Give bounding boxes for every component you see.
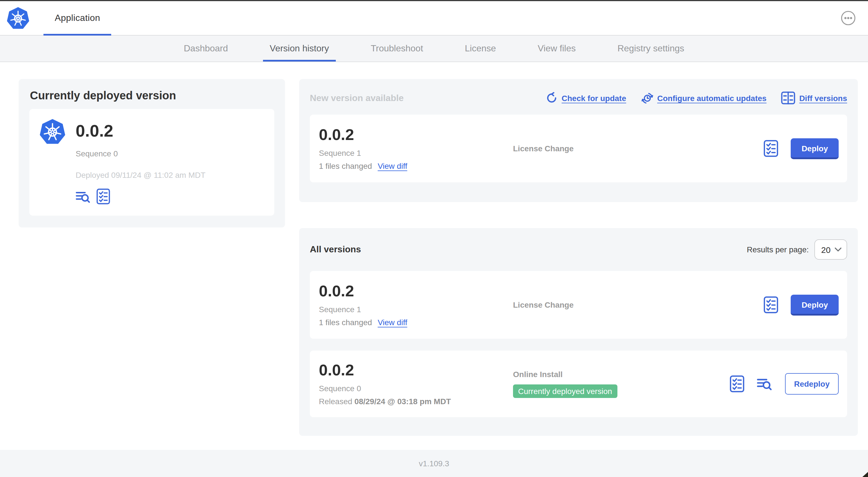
checklist-icon — [96, 188, 110, 204]
app-tab-label: Application — [55, 13, 100, 23]
app-footer: v1.109.3 — [0, 450, 868, 477]
configure-automatic-updates-link[interactable]: Configure automatic updates — [641, 92, 767, 104]
tab-license[interactable]: License — [444, 35, 517, 62]
currently-deployed-badge: Currently deployed version — [513, 384, 617, 398]
version-sequence: Sequence 1 — [319, 149, 504, 158]
app-tab-application[interactable]: Application — [43, 1, 112, 35]
results-per-page-value: 20 — [821, 245, 831, 254]
ellipsis-icon — [841, 11, 856, 25]
window-top-edge — [0, 0, 868, 1]
version-row: 0.0.2 Sequence 1 1 files changedView dif… — [310, 271, 847, 339]
released-prefix: Released — [319, 397, 352, 406]
preflight-checks-button[interactable] — [764, 296, 779, 313]
tab-version-history[interactable]: Version history — [249, 35, 350, 62]
version-number: 0.0.2 — [319, 126, 504, 144]
released-date: 08/29/24 @ 03:18 pm MDT — [354, 397, 451, 406]
more-menu-button[interactable] — [841, 11, 856, 25]
version-number: 0.0.2 — [319, 282, 504, 300]
app-subnav: Dashboard Version history Troubleshoot L… — [0, 35, 868, 62]
currently-deployed-panel: Currently deployed version 0.0.2 Sequenc… — [19, 79, 285, 228]
deploy-button[interactable]: Deploy — [791, 138, 839, 159]
view-logs-button[interactable] — [75, 190, 91, 203]
deployed-timestamp: Deployed 09/11/24 @ 11:02 am MDT — [75, 171, 206, 180]
tab-view-files[interactable]: View files — [517, 35, 597, 62]
diff-versions-label: Diff versions — [799, 93, 847, 102]
diff-icon — [781, 91, 795, 105]
app-logo-wrap — [0, 1, 30, 35]
results-per-page: Results per page: 20 — [747, 239, 847, 260]
deployed-sequence: Sequence 0 — [75, 149, 206, 158]
new-version-row: 0.0.2 Sequence 1 1 files changedView dif… — [310, 115, 847, 182]
view-diff-link[interactable]: View diff — [378, 318, 407, 327]
files-changed-text: 1 files changed — [319, 162, 372, 171]
refresh-icon — [546, 92, 558, 104]
header-spacer — [112, 1, 841, 35]
view-diff-link[interactable]: View diff — [378, 162, 407, 171]
results-per-page-label: Results per page: — [747, 245, 809, 254]
chevron-down-icon — [835, 247, 841, 252]
cursor-artifact — [862, 472, 868, 477]
version-sequence: Sequence 0 — [319, 384, 504, 393]
new-version-panel: New version available Check for update C… — [299, 79, 858, 202]
version-number: 0.0.2 — [319, 362, 504, 379]
tab-dashboard[interactable]: Dashboard — [163, 35, 249, 62]
redeploy-button[interactable]: Redeploy — [785, 373, 839, 395]
kubernetes-app-icon — [38, 118, 67, 145]
tab-registry-settings[interactable]: Registry settings — [596, 35, 705, 62]
results-per-page-select[interactable]: 20 — [814, 239, 847, 260]
new-version-title: New version available — [310, 93, 404, 103]
app-window: Application Dashboard Version history Tr… — [0, 0, 868, 477]
files-changed-text: 1 files changed — [319, 318, 372, 327]
preflight-checks-button[interactable] — [764, 140, 779, 157]
clock-refresh-icon — [641, 92, 653, 104]
new-version-actions: Check for update Configure automatic upd… — [546, 91, 847, 105]
version-source: License Change — [513, 144, 574, 153]
tab-troubleshoot[interactable]: Troubleshoot — [350, 35, 444, 62]
app-header: Application — [0, 1, 868, 35]
version-source: Online Install — [513, 370, 730, 379]
logs-icon — [757, 377, 773, 391]
version-sequence: Sequence 1 — [319, 305, 504, 314]
checklist-icon — [730, 376, 744, 392]
currently-deployed-card: 0.0.2 Sequence 0 Deployed 09/11/24 @ 11:… — [29, 109, 274, 216]
all-versions-panel: All versions Results per page: 20 0.0.2 … — [299, 228, 858, 436]
version-source: License Change — [513, 300, 574, 309]
deployed-version-number: 0.0.2 — [75, 121, 206, 140]
view-logs-button[interactable] — [757, 377, 773, 391]
kubernetes-logo-icon — [6, 6, 30, 30]
deploy-button[interactable]: Deploy — [791, 294, 839, 315]
checklist-icon — [764, 140, 779, 157]
all-versions-title: All versions — [310, 244, 361, 255]
check-for-update-label: Check for update — [562, 93, 626, 102]
logs-icon — [75, 190, 91, 203]
configure-automatic-updates-label: Configure automatic updates — [657, 93, 767, 102]
preflight-checks-button[interactable] — [730, 376, 744, 392]
admin-console-version: v1.109.3 — [419, 459, 449, 468]
checklist-icon — [764, 296, 779, 313]
check-for-update-link[interactable]: Check for update — [546, 92, 626, 104]
version-row: 0.0.2 Sequence 0 Released 08/29/24 @ 03:… — [310, 351, 847, 417]
diff-versions-link[interactable]: Diff versions — [781, 91, 847, 105]
preflight-checks-button[interactable] — [96, 188, 110, 204]
currently-deployed-title: Currently deployed version — [30, 89, 176, 101]
